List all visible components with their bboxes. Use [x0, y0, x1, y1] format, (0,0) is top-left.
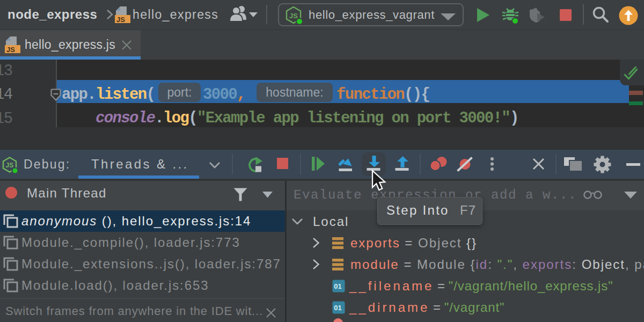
svg-text:01: 01 — [334, 282, 341, 290]
svg-text:JS: JS — [6, 162, 14, 169]
svg-text:01: 01 — [334, 304, 341, 312]
svg-text:JS: JS — [289, 12, 298, 20]
svg-text:JS: JS — [116, 16, 125, 24]
svg-text:JS: JS — [6, 46, 15, 54]
